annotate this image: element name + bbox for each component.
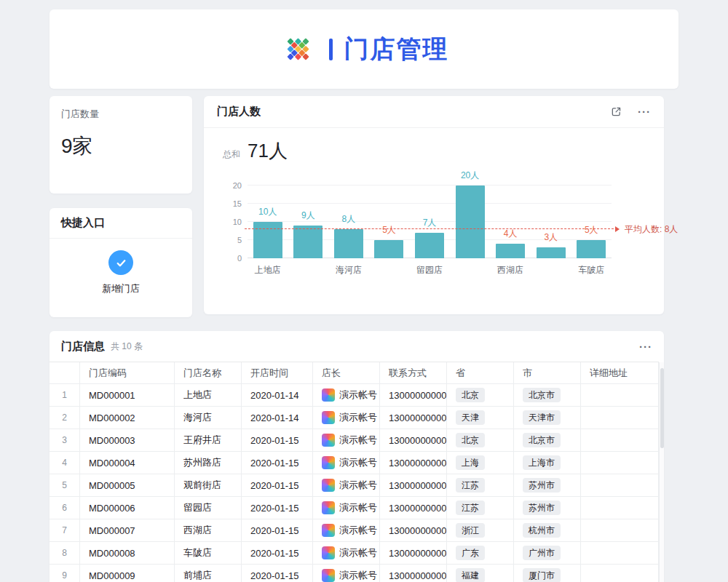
cell-address[interactable] [581,474,659,497]
cell-manager[interactable]: 演示帐号 [313,474,380,497]
cell-store-name[interactable]: 海河店 [175,407,242,429]
cell-city[interactable]: 广州市 [514,542,581,565]
cell-manager[interactable]: 演示帐号 [313,519,380,542]
cell-open-date[interactable]: 2020-01-15 [242,519,313,542]
bar-6[interactable] [496,244,525,258]
cell-phone[interactable]: 13000000000 [380,565,447,582]
cell-store-name[interactable]: 西湖店 [175,519,242,542]
cell-city[interactable]: 苏州市 [514,497,581,519]
cell-open-date[interactable]: 2020-01-15 [242,474,313,497]
more-options-icon[interactable]: ··· [638,106,651,117]
cell-city[interactable]: 厦门市 [514,565,581,582]
cell-city[interactable]: 苏州市 [514,474,581,497]
cell-manager[interactable]: 演示帐号 [313,429,380,452]
row-index[interactable]: 4 [50,452,80,474]
cell-manager[interactable]: 演示帐号 [313,452,380,474]
column-header[interactable]: 店长 [313,362,380,384]
cell-province[interactable]: 广东 [447,542,514,565]
cell-store-name[interactable]: 留园店 [175,497,242,519]
cell-store-code[interactable]: MD000007 [80,519,175,542]
cell-address[interactable] [581,429,659,452]
cell-open-date[interactable]: 2020-01-15 [242,542,313,565]
cell-province[interactable]: 北京 [447,384,514,407]
cell-phone[interactable]: 13000000000 [380,407,447,429]
row-index[interactable]: 7 [50,519,80,542]
cell-address[interactable] [581,565,659,582]
scrollbar-thumb[interactable] [660,368,664,448]
table-more-options-icon[interactable]: ··· [639,341,652,352]
row-index[interactable]: 2 [50,407,80,429]
cell-phone[interactable]: 13000000000 [380,384,447,407]
cell-store-code[interactable]: MD000004 [80,452,175,474]
cell-open-date[interactable]: 2020-01-15 [242,565,313,582]
cell-address[interactable] [581,452,659,474]
cell-province[interactable]: 天津 [447,407,514,429]
row-index[interactable]: 5 [50,474,80,497]
bar-2[interactable] [334,229,363,258]
cell-province[interactable]: 北京 [447,429,514,452]
cell-store-name[interactable]: 观前街店 [175,474,242,497]
cell-open-date[interactable]: 2020-01-15 [242,497,313,519]
cell-phone[interactable]: 13000000000 [380,474,447,497]
cell-open-date[interactable]: 2020-01-15 [242,429,313,452]
column-header[interactable]: 联系方式 [380,362,447,384]
row-index[interactable]: 1 [50,384,80,407]
cell-province[interactable]: 江苏 [447,474,514,497]
column-header[interactable]: 市 [514,362,581,384]
cell-manager[interactable]: 演示帐号 [313,565,380,582]
cell-open-date[interactable]: 2020-01-14 [242,384,313,407]
cell-address[interactable] [581,519,659,542]
row-index[interactable]: 8 [50,542,80,565]
cell-store-name[interactable]: 苏州路店 [175,452,242,474]
cell-manager[interactable]: 演示帐号 [313,407,380,429]
column-header[interactable]: 门店名称 [175,362,242,384]
bar-1[interactable] [293,226,323,258]
bar-8[interactable] [577,240,606,258]
cell-manager[interactable]: 演示帐号 [313,384,380,407]
bar-3[interactable] [374,240,403,258]
cell-store-code[interactable]: MD000001 [80,384,175,407]
cell-phone[interactable]: 13000000000 [380,452,447,474]
cell-store-name[interactable]: 车陂店 [175,542,242,565]
cell-city[interactable]: 天津市 [514,407,581,429]
cell-address[interactable] [581,497,659,519]
bar-0[interactable] [253,222,282,258]
column-header[interactable]: 省 [447,362,514,384]
column-header[interactable]: 开店时间 [242,362,313,384]
add-store-entry[interactable]: 新增门店 [50,250,192,295]
cell-city[interactable]: 杭州市 [514,519,581,542]
cell-manager[interactable]: 演示帐号 [313,497,380,519]
cell-store-name[interactable]: 王府井店 [175,429,242,452]
cell-province[interactable]: 浙江 [447,519,514,542]
cell-address[interactable] [581,542,659,565]
cell-city[interactable]: 北京市 [514,429,581,452]
cell-open-date[interactable]: 2020-01-15 [242,452,313,474]
cell-store-code[interactable]: MD000006 [80,497,175,519]
row-index[interactable]: 9 [50,565,80,582]
cell-city[interactable]: 上海市 [514,452,581,474]
column-header[interactable]: 详细地址 [581,362,659,384]
cell-manager[interactable]: 演示帐号 [313,542,380,565]
cell-province[interactable]: 上海 [447,452,514,474]
cell-store-name[interactable]: 上地店 [175,384,242,407]
cell-phone[interactable]: 13000000000 [380,519,447,542]
cell-phone[interactable]: 13000000000 [380,497,447,519]
cell-store-name[interactable]: 前埔店 [175,565,242,582]
row-index[interactable]: 6 [50,497,80,519]
cell-store-code[interactable]: MD000008 [80,542,175,565]
cell-store-code[interactable]: MD000005 [80,474,175,497]
cell-phone[interactable]: 13000000000 [380,542,447,565]
cell-store-code[interactable]: MD000002 [80,407,175,429]
cell-address[interactable] [581,407,659,429]
cell-province[interactable]: 福建 [447,565,514,582]
bar-5[interactable] [456,186,485,258]
cell-province[interactable]: 江苏 [447,497,514,519]
cell-address[interactable] [581,384,659,407]
cell-city[interactable]: 北京市 [514,384,581,407]
cell-store-code[interactable]: MD000003 [80,429,175,452]
open-external-icon[interactable] [611,106,622,117]
cell-store-code[interactable]: MD000009 [80,565,175,582]
column-header[interactable]: 门店编码 [80,362,175,384]
bar-4[interactable] [415,233,444,258]
row-index[interactable]: 3 [50,429,80,452]
